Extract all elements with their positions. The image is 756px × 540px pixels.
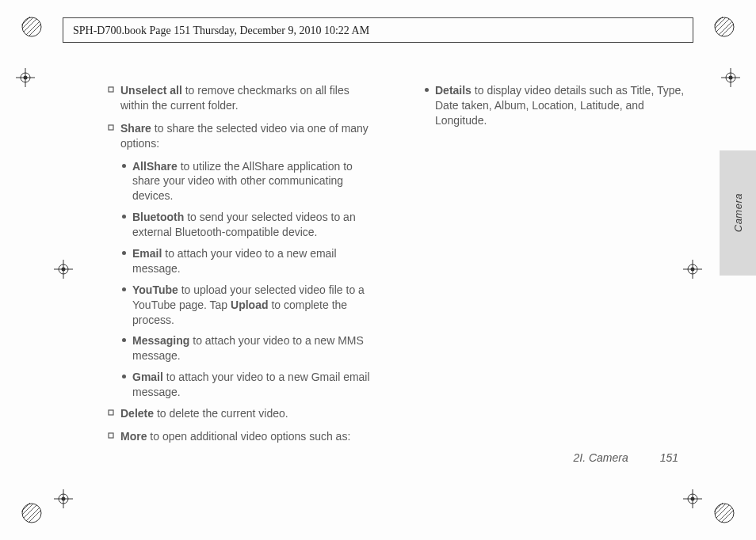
item-bold: More [120,430,147,443]
item-bold: AllShare [132,160,178,173]
dot-bullet-icon [122,287,126,291]
item-bold: Bluetooth [132,211,184,223]
item-text: to open additional video options such as… [147,430,350,443]
svg-line-4 [29,24,41,36]
section-side-tab: Camera [720,150,756,276]
svg-line-14 [26,508,40,521]
svg-line-22 [721,510,734,523]
registration-mark-icon [713,16,735,38]
left-column: Unselect all to remove checkmarks on all… [108,83,377,452]
square-bullet-icon [108,124,116,132]
svg-rect-48 [109,87,113,92]
crosshair-icon [16,68,35,87]
list-item: Delete to delete the current video. [108,406,377,421]
sublist-item: Email to attach your video to a new emai… [122,246,377,276]
item-text: to attach your video to a new Gmail emai… [132,371,370,398]
dot-bullet-icon [122,338,126,342]
dot-bullet-icon [122,215,126,219]
sublist-item: Gmail to attach your video to a new Gmai… [122,370,377,400]
item-bold: YouTube [132,283,178,296]
side-tab-label: Camera [732,193,744,232]
sublist-item: Bluetooth to send your selected videos t… [122,210,377,240]
sublist-item: Messaging to attach your video to a new … [122,333,377,363]
svg-line-11 [714,17,723,25]
item-bold: Unselect all [120,84,182,97]
item-bold: Email [132,247,162,260]
list-item: More to open additional video options su… [108,429,377,444]
svg-line-10 [721,24,734,36]
item-text: to delete the current video. [154,407,288,420]
svg-line-16 [29,510,41,523]
footer-section: 2I. Camera [574,451,628,464]
page-footer: 2I. Camera 151 [574,451,679,464]
square-bullet-icon [108,432,116,440]
page-header-box: SPH-D700.book Page 151 Thursday, Decembe… [63,17,693,43]
svg-line-17 [21,503,30,511]
item-bold: Gmail [132,371,163,383]
right-column: Details to display video details such as… [425,83,694,452]
svg-line-20 [719,508,732,521]
item-bold: Messaging [132,334,189,347]
svg-rect-49 [109,125,113,130]
svg-rect-51 [109,433,113,438]
svg-rect-50 [109,410,113,415]
item-bold: Delete [120,407,154,420]
item-text: to attach your video to a new email mess… [132,247,337,275]
crosshair-icon [54,260,73,279]
square-bullet-icon [108,86,116,94]
square-bullet-icon [108,409,116,417]
registration-mark-icon [713,502,735,524]
item-text: to share the selected video via one of m… [120,122,368,150]
sublist-item: YouTube to upload your selected video fi… [122,283,377,328]
crosshair-icon [683,489,702,508]
item-bold: Upload [231,299,268,311]
item-text: to display video details such as Title, … [435,84,684,127]
sublist-item: Details to display video details such as… [425,83,694,128]
content-area: Unselect all to remove checkmarks on all… [108,83,694,452]
crosshair-icon [54,489,73,508]
list-item: Unselect all to remove checkmarks on all… [108,83,377,113]
svg-line-5 [21,17,30,25]
dot-bullet-icon [122,375,126,378]
list-item: Share to share the selected video via on… [108,121,377,151]
footer-page-number: 151 [660,451,678,464]
header-text: SPH-D700.book Page 151 Thursday, Decembe… [73,25,369,36]
dot-bullet-icon [122,164,126,168]
sublist-item: AllShare to utilize the AllShare applica… [122,159,377,204]
item-bold: Details [435,84,472,97]
svg-line-8 [719,21,732,35]
crosshair-icon [721,68,740,87]
registration-mark-icon [21,502,43,524]
dot-bullet-icon [122,251,126,255]
item-bold: Share [120,122,151,135]
svg-line-23 [714,503,723,511]
registration-mark-icon [21,16,43,38]
dot-bullet-icon [425,88,429,92]
svg-line-2 [26,21,40,35]
